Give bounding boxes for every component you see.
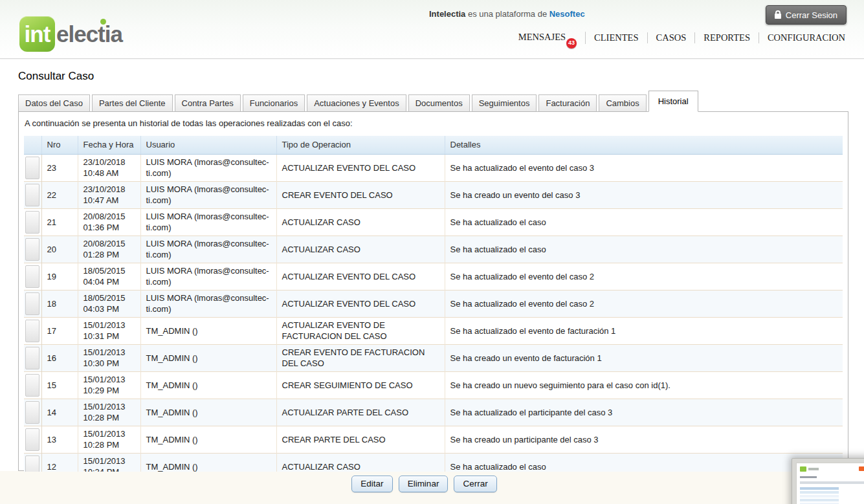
cell-fecha-time: 10:24 PM [83, 466, 135, 472]
tab-contra-partes[interactable]: Contra Partes [175, 94, 241, 112]
tab-funcionarios[interactable]: Funcionarios [243, 94, 305, 112]
table-row[interactable]: 16 15/01/201310:30 PM TM_ADMIN () CREAR … [24, 344, 843, 371]
cell-usuario: TM_ADMIN () [140, 317, 276, 344]
table-row[interactable]: 18 18/05/201504:03 PM LUIS MORA (lmoras@… [24, 290, 843, 317]
cell-detalles: Se ha actualizado el participante del ca… [445, 399, 843, 426]
table-row[interactable]: 19 18/05/201504:04 PM LUIS MORA (lmoras@… [24, 263, 843, 290]
table-row[interactable]: 22 23/10/201810:47 AM LUIS MORA (lmoras@… [24, 181, 843, 208]
nav-item-reportes[interactable]: REPORTES [695, 32, 759, 43]
nav-item-mensajes[interactable]: MENSAJES43 [510, 32, 586, 44]
cell-fecha: 15/01/201310:31 PM [78, 317, 140, 344]
cell-detalles: Se ha actualizado el evento del caso 2 [445, 263, 843, 290]
row-handle [24, 181, 41, 208]
cell-detalles: Se ha creado un evento del caso 3 [445, 181, 843, 208]
cell-fecha: 23/10/201810:47 AM [78, 181, 140, 208]
history-table: NroFecha y HoraUsuarioTipo de OperacionD… [24, 136, 843, 472]
column-header-detalles[interactable]: Detalles [445, 136, 843, 154]
preview-mini-table [800, 487, 839, 504]
cell-nro: 23 [41, 154, 78, 181]
edit-button[interactable]: Editar [351, 476, 392, 492]
row-handle [24, 154, 41, 181]
row-handle [24, 453, 41, 472]
table-row[interactable]: 13 15/01/201310:28 PM TM_ADMIN () CREAR … [24, 426, 843, 453]
row-handle-box [25, 347, 39, 369]
cell-detalles: Se ha actualizado el evento de facturaci… [445, 317, 843, 344]
cell-fecha: 15/01/201310:30 PM [78, 344, 140, 371]
nav-item-configuracion[interactable]: CONFIGURACION [759, 32, 847, 43]
column-header-handle [24, 136, 41, 154]
footer-area: EditarEliminarCerrar [0, 471, 864, 504]
cell-nro: 19 [41, 263, 78, 290]
logout-button[interactable]: Cerrar Sesion [766, 5, 847, 25]
row-handle [24, 344, 41, 371]
table-row[interactable]: 12 15/01/201310:24 PM TM_ADMIN () ACTUAL… [24, 453, 843, 472]
tab-facturación[interactable]: Facturación [538, 94, 597, 112]
table-row[interactable]: 15 15/01/201310:29 PM TM_ADMIN () CREAR … [24, 371, 843, 399]
main-nav: MENSAJES43 CLIENTES CASOS REPORTES CONFI… [510, 32, 847, 44]
page-title: Consultar Caso [18, 70, 864, 83]
tab-historial[interactable]: Historial [648, 91, 698, 112]
cell-fecha-time: 04:03 PM [83, 303, 135, 314]
cell-fecha-time: 10:48 AM [83, 168, 135, 179]
table-row[interactable]: 14 15/01/201310:28 PM TM_ADMIN () ACTUAL… [24, 399, 843, 426]
row-handle-box [25, 320, 39, 342]
app-logo[interactable]: int electia [19, 16, 122, 52]
tab-documentos[interactable]: Documentos [408, 94, 470, 112]
nav-item-clientes[interactable]: CLIENTES [586, 32, 647, 43]
nav-item-casos[interactable]: CASOS [648, 32, 696, 43]
column-header-tipo-de-operacion[interactable]: Tipo de Operacion [276, 136, 445, 154]
table-row[interactable]: 20 20/08/201501:28 PM LUIS MORA (lmoras@… [24, 236, 843, 263]
cell-fecha: 15/01/201310:28 PM [78, 426, 140, 453]
table-row[interactable]: 23 23/10/201810:48 AM LUIS MORA (lmoras@… [24, 154, 843, 181]
cell-detalles: Se ha creado un nuevo seguimiento para e… [445, 371, 843, 399]
row-handle-box [25, 238, 39, 261]
row-handle-box [25, 374, 39, 397]
cell-operacion: ACTUALIZAR CASO [276, 236, 445, 263]
tab-datos-del-caso[interactable]: Datos del Caso [18, 94, 90, 112]
row-handle-box [25, 265, 39, 288]
cell-nro: 15 [41, 371, 78, 399]
cell-detalles: Se ha actualizado el caso [445, 208, 843, 236]
footer-buttons: EditarEliminarCerrar [351, 476, 496, 492]
column-header-nro[interactable]: Nro [41, 136, 78, 154]
cell-operacion: ACTUALIZAR EVENTO DEL CASO [276, 290, 445, 317]
row-handle-box [25, 401, 39, 424]
tab-seguimientos[interactable]: Seguimientos [472, 94, 537, 112]
table-row[interactable]: 21 20/08/201501:36 PM LUIS MORA (lmoras@… [24, 208, 843, 236]
cell-fecha: 18/05/201504:04 PM [78, 263, 140, 290]
cell-fecha: 20/08/201501:36 PM [78, 208, 140, 236]
table-row[interactable]: 17 15/01/201310:31 PM TM_ADMIN () ACTUAL… [24, 317, 843, 344]
cell-usuario: TM_ADMIN () [140, 399, 276, 426]
nesoftec-link[interactable]: Nesoftec [549, 9, 585, 19]
preview-mini-page [796, 463, 864, 504]
platform-tagline: Intelectia es una plataforma de Nesoftec [429, 9, 585, 19]
tab-cambios[interactable]: Cambios [599, 94, 646, 112]
cell-usuario: TM_ADMIN () [140, 453, 276, 472]
close-button[interactable]: Cerrar [454, 476, 496, 492]
cell-nro: 18 [41, 290, 78, 317]
preview-mini-tabs [800, 481, 864, 484]
preview-mini-row [800, 491, 839, 494]
cell-fecha-date: 23/10/2018 [83, 184, 135, 195]
column-header-usuario[interactable]: Usuario [140, 136, 276, 154]
tab-partes-del-cliente[interactable]: Partes del Cliente [92, 94, 173, 112]
cell-fecha: 15/01/201310:24 PM [78, 453, 140, 472]
page-preview-thumbnail[interactable] [792, 458, 864, 504]
cell-fecha-time: 10:28 PM [83, 412, 135, 423]
cell-fecha-time: 10:28 PM [83, 439, 135, 450]
tagline-text: es una plataforma de [465, 9, 549, 19]
row-handle-box [25, 455, 39, 472]
row-handle-box [25, 292, 39, 315]
column-header-fecha-y-hora[interactable]: Fecha y Hora [78, 136, 140, 154]
cell-detalles: Se ha actualizado el caso [445, 236, 843, 263]
delete-button[interactable]: Eliminar [399, 476, 449, 492]
cell-operacion: CREAR PARTE DEL CASO [276, 426, 445, 453]
logo-text-rest: electia [56, 21, 122, 47]
cell-nro: 20 [41, 236, 78, 263]
row-handle [24, 290, 41, 317]
cell-fecha: 15/01/201310:29 PM [78, 371, 140, 399]
cell-fecha: 15/01/201310:28 PM [78, 399, 140, 426]
cell-fecha-time: 01:28 PM [83, 249, 135, 260]
tab-actuaciones-y-eventos[interactable]: Actuaciones y Eventos [307, 94, 406, 112]
cell-operacion: CREAR EVENTO DE FACTURACION DEL CASO [276, 344, 445, 371]
